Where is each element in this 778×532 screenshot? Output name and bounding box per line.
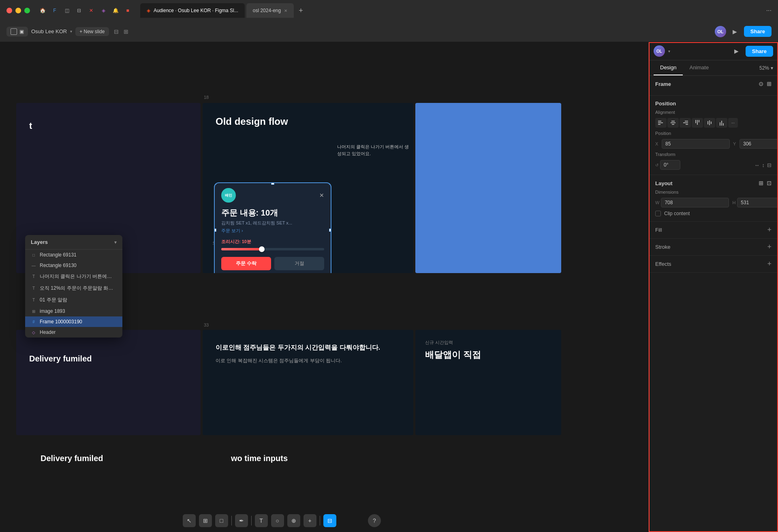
resize-handle-ml[interactable] [214, 229, 216, 232]
layer-rectangle-69130[interactable]: — Rectangle 69130 [25, 260, 122, 271]
minimize-window-button[interactable] [15, 8, 21, 13]
svg-rect-7 [683, 122, 688, 123]
tab-figma[interactable]: ◈ Audience · Osub Lee KOR · Figma Sl... [140, 3, 245, 18]
layer-text-1[interactable]: T 나머지의 클릭은 나가기 버튼에서 생성... [25, 271, 122, 282]
align-more-button[interactable]: ··· [728, 118, 738, 128]
more-tool[interactable]: + [304, 514, 316, 527]
align-center-v[interactable] [704, 118, 715, 128]
align-left[interactable] [655, 118, 667, 128]
play-button[interactable]: ▶ [729, 26, 741, 37]
ellipse-tool[interactable]: ○ [271, 514, 284, 527]
title-more-button[interactable]: ··· [766, 7, 772, 14]
x-input[interactable] [662, 139, 730, 149]
layers-collapse-icon[interactable]: ▾ [114, 239, 117, 245]
zoom-value: 52% [759, 65, 769, 71]
modal-popup[interactable]: 배민 ✕ 주문 내용: 10개 김치찜 SET x1, 레드감치찜 SET x.… [214, 182, 331, 273]
effects-row: Effects + [649, 256, 778, 273]
fill-add-button[interactable]: + [767, 226, 772, 234]
h-input[interactable] [737, 198, 778, 207]
nav-icon-1[interactable]: F [50, 6, 59, 15]
y-input[interactable] [740, 139, 778, 149]
layout-icon-2[interactable]: ⊡ [767, 180, 772, 186]
new-tab-button[interactable]: + [295, 6, 306, 15]
btn-cancel[interactable]: 거절 [274, 257, 324, 270]
modal-slider-handle [259, 246, 265, 252]
resize-handle-tl[interactable] [214, 182, 216, 185]
layer-rectangle-69131[interactable]: □ Rectangle 69131 [25, 250, 122, 260]
effects-add-button[interactable]: + [767, 260, 772, 268]
frame-icon-1[interactable]: ⊙ [759, 81, 763, 87]
modal-close-button[interactable]: ✕ [319, 192, 324, 199]
layout-icon-1[interactable]: ⊞ [759, 180, 763, 186]
maximize-window-button[interactable] [24, 8, 30, 13]
text-tool[interactable]: T [255, 514, 268, 527]
nav-icon-2[interactable]: ◫ [62, 6, 71, 15]
nav-icon-4[interactable]: ✕ [87, 6, 96, 15]
slide-33[interactable]: 이로인해 점주님들은 두가지의 시간입력을 다뤄야합니다. 이로 인해 복잡해진… [203, 330, 413, 435]
frame-tool[interactable]: ⊞ [199, 514, 212, 527]
component-tool[interactable]: ⊕ [287, 514, 300, 527]
resize-handle-tr[interactable] [329, 182, 331, 185]
slide-left-bottom[interactable]: Delivery fumiled [16, 330, 201, 435]
align-bottom[interactable] [716, 118, 727, 128]
project-dropdown-arrow[interactable]: ▾ [70, 29, 72, 34]
layer-header[interactable]: ◇ Header [25, 327, 122, 338]
layer-frame-selected[interactable]: # Frame 1000003190 [25, 316, 122, 327]
y-label: Y [733, 141, 738, 146]
new-slide-button[interactable]: + New slide [75, 27, 109, 36]
frame-selector[interactable]: ▣ [6, 27, 28, 36]
nav-icon-5[interactable]: ◈ [99, 6, 108, 15]
close-window-button[interactable] [6, 8, 12, 13]
rotate-input[interactable] [660, 160, 680, 170]
delivery-text: Delivery fumiled [41, 454, 103, 463]
slide-right-bottom[interactable]: 신규 시간입력 배달앱이 직접 [415, 330, 561, 435]
flip-v-icon[interactable]: ↕ [762, 162, 765, 168]
help-button[interactable]: ? [368, 514, 381, 527]
home-icon[interactable]: 🏠 [38, 6, 47, 15]
w-input[interactable] [661, 198, 729, 207]
layout-icons: ⊞ ⊡ [759, 180, 772, 186]
panel-avatar[interactable]: OL [654, 45, 665, 57]
flip-h-icon[interactable]: ↔ [754, 162, 760, 168]
w-label: W [655, 200, 659, 205]
tab-osl[interactable]: osl 2024-eng ✕ [246, 3, 294, 18]
prototype-tool[interactable]: ⊟ [323, 514, 336, 527]
zoom-control[interactable]: 52% ▾ [759, 65, 773, 71]
transform-more-icon[interactable]: ⊟ [767, 162, 772, 168]
pen-tool[interactable]: ✒ [235, 514, 248, 527]
modal-slider[interactable] [221, 248, 324, 250]
stroke-add-button[interactable]: + [767, 243, 772, 251]
nav-icon-7[interactable]: ■ [123, 6, 132, 15]
layer-text-2[interactable]: T 오직 12%의 주문이 주문알람 화면에서 ... [25, 282, 122, 294]
clip-checkbox[interactable] [655, 211, 661, 216]
nav-icon-3[interactable]: ⊟ [75, 6, 83, 15]
rect-tool[interactable]: □ [215, 514, 228, 527]
panel-play-button[interactable]: ▶ [731, 45, 742, 57]
nav-icon-6[interactable]: 🔔 [111, 6, 120, 15]
layer-text-3[interactable]: T 01 주문 알람 [25, 294, 122, 306]
tab-close-icon[interactable]: ✕ [284, 9, 287, 13]
view-list-button[interactable]: ⊟ [112, 27, 120, 36]
slide-right-top[interactable] [415, 103, 561, 273]
view-grid-button[interactable]: ⊞ [122, 27, 130, 36]
user-avatar[interactable]: OL [715, 26, 726, 37]
slide-18[interactable]: Old design flow 나머지의 클릭은 나가기 버튼에서 생성되고 있… [203, 103, 413, 273]
layer-image-1893[interactable]: ⊞ image 1893 [25, 306, 122, 316]
btn-confirm[interactable]: 주문 수락 [221, 257, 271, 270]
align-top[interactable] [692, 118, 703, 128]
align-right[interactable] [680, 118, 691, 128]
resize-handle-mr[interactable] [329, 229, 331, 232]
select-tool[interactable]: ↖ [183, 514, 196, 527]
resize-handle-tc[interactable] [271, 182, 274, 185]
tab-design[interactable]: Design [654, 60, 683, 75]
panel-share-button[interactable]: Share [746, 46, 773, 57]
tab-animate[interactable]: Animate [683, 60, 715, 75]
share-button[interactable]: Share [744, 26, 772, 37]
svg-rect-12 [707, 121, 708, 124]
panel-avatar-dropdown[interactable]: ▾ [668, 49, 670, 53]
align-center-h[interactable] [667, 118, 679, 128]
modal-link[interactable]: 주문 보기 › [221, 228, 324, 234]
slide-18-title: Old design flow [203, 103, 413, 134]
layer-name: 오직 12%의 주문이 주문알람 화면에서 ... [40, 285, 117, 292]
frame-icon-2[interactable]: ⊞ [767, 81, 772, 87]
